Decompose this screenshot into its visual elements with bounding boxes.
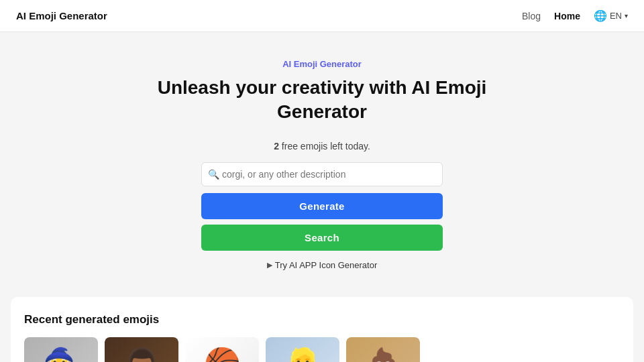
hero-section: AI Emoji Generator Unleash your creativi… xyxy=(0,32,644,284)
free-count-text: 2 free emojis left today. xyxy=(274,141,370,152)
list-item[interactable]: 🏀 xyxy=(185,337,259,362)
emoji-display: 💩 xyxy=(365,346,402,362)
list-item[interactable]: 👱 xyxy=(266,337,339,362)
free-count-number: 2 xyxy=(274,141,279,152)
hero-brand-label: AI Emoji Generator xyxy=(282,59,362,69)
site-logo: AI Emoji Generator xyxy=(16,10,107,21)
emoji-grid: 🧙 👨🏾 🏀 👱 💩 xyxy=(24,337,620,362)
search-button[interactable]: Search xyxy=(201,225,443,251)
nav-home-link[interactable]: Home xyxy=(554,11,580,21)
emoji-display: 🏀 xyxy=(204,346,241,362)
try-link-text[interactable]: Try AI APP Icon Generator xyxy=(275,260,377,270)
nav-links: Blog Home 🌐 EN ▾ xyxy=(522,9,628,22)
try-link[interactable]: ▶ Try AI APP Icon Generator xyxy=(267,260,377,270)
language-selector[interactable]: 🌐 EN ▾ xyxy=(594,9,628,22)
free-count-suffix: free emojis left today. xyxy=(279,141,370,152)
chevron-down-icon: ▾ xyxy=(625,12,628,19)
search-input[interactable] xyxy=(201,162,443,186)
play-icon: ▶ xyxy=(267,261,272,269)
search-wrapper: 🔍 xyxy=(201,162,443,186)
nav-blog-link[interactable]: Blog xyxy=(522,11,541,21)
generate-button[interactable]: Generate xyxy=(201,193,443,219)
emoji-display: 👱 xyxy=(284,346,321,362)
recent-section: Recent generated emojis 🧙 👨🏾 🏀 👱 💩 xyxy=(11,297,633,362)
hero-title: Unleash your creativity with AI Emoji Ge… xyxy=(154,76,490,125)
globe-icon: 🌐 xyxy=(594,9,607,22)
emoji-display: 🧙 xyxy=(43,346,80,362)
emoji-display: 👨🏾 xyxy=(123,346,160,362)
navbar: AI Emoji Generator Blog Home 🌐 EN ▾ xyxy=(0,0,644,32)
list-item[interactable]: 💩 xyxy=(346,337,420,362)
list-item[interactable]: 👨🏾 xyxy=(105,337,178,362)
list-item[interactable]: 🧙 xyxy=(24,337,98,362)
recent-title: Recent generated emojis xyxy=(24,313,620,326)
search-icon: 🔍 xyxy=(208,169,219,180)
lang-label: EN xyxy=(610,11,622,21)
